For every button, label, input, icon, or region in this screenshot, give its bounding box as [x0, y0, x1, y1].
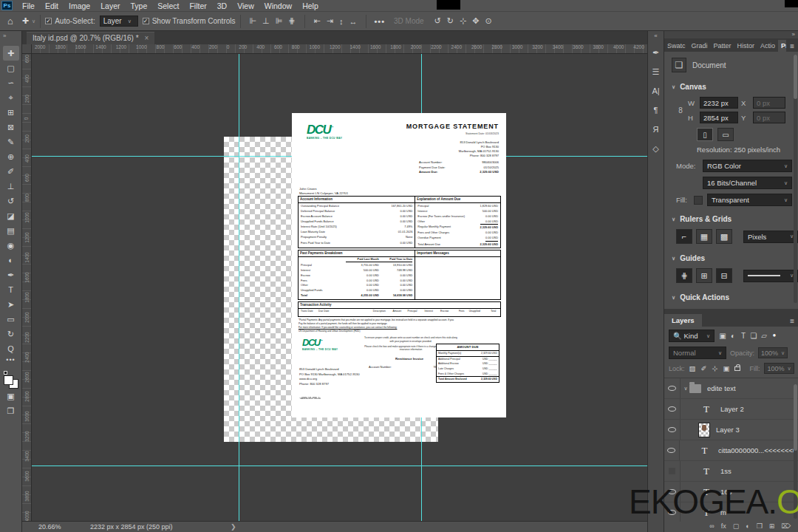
panel-tab[interactable]: Swatc [664, 40, 689, 52]
menu-item[interactable]: Type [125, 1, 152, 11]
distribute-left-icon[interactable]: ⇤ [314, 16, 321, 26]
align-left-icon[interactable]: ⊩ [250, 16, 257, 26]
lasso-tool[interactable]: ∽ [3, 75, 19, 90]
panel-tab[interactable]: Histor [734, 40, 758, 52]
color-mode-dropdown[interactable]: RGB Color∨ [703, 160, 792, 172]
glyphs-panel-icon[interactable]: Я [649, 121, 663, 137]
menu-item[interactable]: View [232, 1, 259, 11]
frame-tool[interactable]: ⊠ [3, 120, 19, 134]
blur-tool[interactable]: ◉ [3, 238, 19, 253]
fill-dropdown[interactable]: Transparent∨ [707, 194, 792, 206]
canvas-height-field[interactable]: 2854 px [700, 112, 738, 123]
pen-tool[interactable]: ✒ [3, 267, 19, 282]
toolbar-collapse-icon[interactable]: » [0, 33, 6, 46]
canvas-width-field[interactable]: 2232 px [700, 97, 738, 109]
tool-preset-chevron-icon[interactable]: ∨ [32, 18, 35, 24]
layer-visibility-icon[interactable] [664, 399, 681, 419]
collapse-panels-icon[interactable]: » [792, 31, 795, 38]
filter-adjustment-layers-icon[interactable]: ◐ [728, 332, 738, 340]
layer-row[interactable]: ∨ citta0000000...<<<<<<<0 d [664, 440, 798, 461]
hand-tool[interactable]: ↻ [3, 327, 19, 341]
menu-item[interactable]: Window [259, 1, 297, 11]
quick-actions-section-header[interactable]: ∨Quick Actions [672, 289, 792, 306]
lock-transparency-icon[interactable]: ▨ [689, 364, 696, 372]
toggle-guides-icon[interactable]: ⋕ [676, 268, 692, 283]
lock-guides-icon[interactable]: ⊞ [696, 268, 712, 283]
close-icon[interactable]: × [145, 34, 149, 42]
tab-layers[interactable]: Layers [664, 314, 702, 327]
canvas-section-header[interactable]: ∨Canvas [672, 78, 792, 95]
menu-item[interactable]: Layer [95, 1, 125, 11]
horizontal-guide[interactable] [32, 466, 647, 466]
eyedropper-tool[interactable]: ✎ [3, 134, 19, 149]
lock-pixels-icon[interactable]: ✐ [701, 364, 707, 372]
menu-item[interactable]: Image [64, 1, 95, 11]
new-group-icon[interactable]: ❒ [757, 522, 763, 530]
clone-stamp-tool[interactable]: ⊥ [3, 179, 19, 194]
align-top-icon[interactable]: ⋕ [288, 16, 295, 26]
layer-name[interactable]: edite text [707, 384, 736, 392]
distribute-vertical-icon[interactable]: ↕ [339, 17, 344, 26]
path-selection-tool[interactable]: ➤ [3, 297, 19, 312]
home-icon[interactable]: ⌂ [0, 16, 19, 27]
layer-visibility-icon[interactable] [664, 440, 680, 460]
brush-settings-panel-icon[interactable]: ☰ [649, 64, 663, 80]
lock-all-icon[interactable] [734, 366, 740, 371]
portrait-orientation-button[interactable]: ▯ [697, 128, 713, 141]
layer-thumbnail[interactable] [698, 465, 715, 478]
lock-position-icon[interactable]: ⊹ [712, 364, 717, 372]
layer-thumbnail[interactable] [698, 423, 710, 437]
default-colors-icon[interactable] [4, 371, 7, 375]
layer-row[interactable]: ∨ Layer 2 [664, 399, 798, 420]
healing-brush-tool[interactable]: ⊕ [3, 149, 19, 164]
auto-select-dropdown[interactable]: Layer∨ [100, 16, 138, 27]
layer-name[interactable]: 1ss [720, 467, 732, 475]
layer-thumbnail[interactable] [698, 403, 715, 416]
distribute-horizontal-icon[interactable]: ↔ [349, 17, 357, 26]
quick-mask-icon[interactable]: ▣ [3, 389, 19, 403]
3d-panel-icon[interactable]: ◇ [649, 140, 663, 157]
panel-tab[interactable]: Gradi [689, 40, 711, 52]
expand-panels-icon[interactable]: « [654, 33, 657, 44]
toggle-grid-icon[interactable]: ▦ [696, 229, 712, 244]
auto-select-checkbox[interactable]: ✓ [45, 18, 52, 24]
layer-row[interactable]: ∨ Layer 3 [664, 420, 798, 440]
ruler-units-dropdown[interactable]: Pixels∨ [743, 231, 798, 243]
link-dimensions-icon[interactable]: 8 [676, 106, 685, 115]
more-options-icon[interactable]: ••• [371, 17, 388, 26]
type-tool[interactable]: T [3, 282, 19, 297]
layer-row[interactable]: ∨ edite text [664, 378, 798, 399]
filter-smart-objects-icon[interactable]: ▱ [759, 332, 769, 340]
history-brush-tool[interactable]: ↺ [3, 194, 19, 208]
new-layer-icon[interactable]: ⊞ [769, 522, 775, 530]
dodge-tool[interactable]: ◐ [3, 253, 19, 267]
move-tool[interactable]: ✚ [3, 46, 19, 61]
layer-visibility-icon[interactable] [664, 461, 681, 481]
menu-item[interactable]: Filter [184, 1, 211, 11]
color-swatches[interactable] [4, 371, 18, 389]
layer-thumbnail[interactable] [689, 384, 701, 393]
filter-toggle-icon[interactable]: ● [769, 332, 780, 340]
edit-toolbar-icon[interactable]: ••• [6, 356, 15, 368]
layer-name[interactable]: citta0000000...<<<<<<<0 d [718, 446, 798, 454]
layer-mask-icon[interactable]: ▢ [733, 522, 740, 530]
layer-visibility-icon[interactable] [664, 378, 681, 398]
menu-item[interactable]: Help [297, 1, 324, 11]
clear-guides-icon[interactable]: ⊟ [716, 268, 732, 283]
toggle-pixel-grid-icon[interactable]: ▩ [716, 229, 732, 244]
bit-depth-dropdown[interactable]: 16 Bits/Channel∨ [703, 177, 792, 189]
foreground-color-swatch[interactable] [4, 375, 13, 385]
layer-name[interactable]: Layer 3 [716, 426, 740, 434]
filter-type-layers-icon[interactable]: T [738, 332, 748, 340]
link-layers-icon[interactable]: ∞ [709, 522, 714, 530]
adjustment-layer-icon[interactable]: ◐ [746, 522, 749, 530]
scrollbar[interactable] [794, 55, 797, 303]
lock-artboard-icon[interactable]: ▣ [723, 364, 729, 372]
move-tool-icon[interactable]: ✚ [19, 16, 32, 26]
object-selection-tool[interactable]: ⌖ [3, 90, 19, 105]
vertical-guide[interactable] [239, 54, 239, 521]
guides-section-header[interactable]: ∨Guides [672, 250, 792, 267]
character-panel-icon[interactable]: A| [649, 83, 663, 99]
gradient-tool[interactable]: ▤ [3, 223, 19, 238]
screen-mode-icon[interactable]: ❐ [3, 403, 19, 418]
